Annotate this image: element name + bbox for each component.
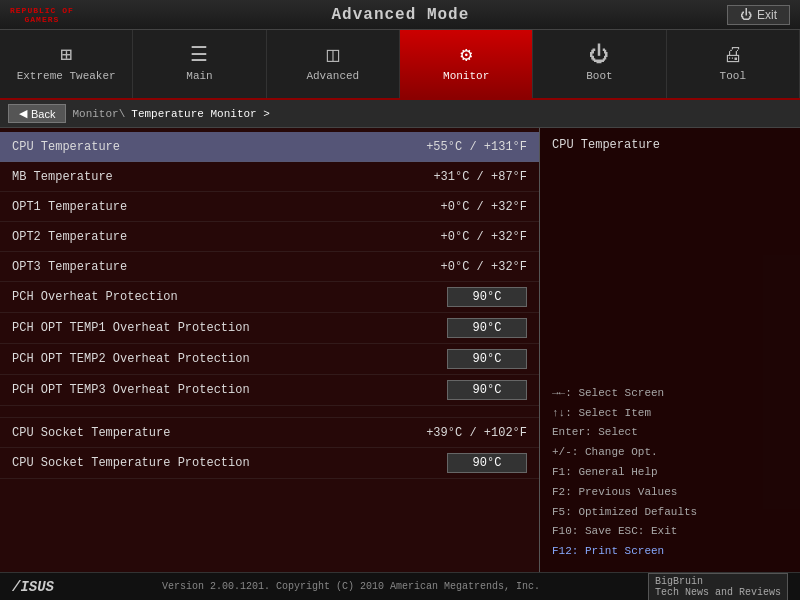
- back-icon: ◀: [19, 107, 27, 120]
- cpu-temp-label: CPU Temperature: [12, 140, 407, 154]
- key-hints: →←: Select Screen ↑↓: Select Item Enter:…: [552, 384, 788, 562]
- tab-boot-label: Boot: [586, 70, 612, 82]
- footer-copyright: Version 2.00.1201. Copyright (C) 2010 Am…: [162, 581, 540, 592]
- cpu-socket-temp-label: CPU Socket Temperature: [12, 426, 407, 440]
- key-hint-f1: F1: General Help: [552, 463, 788, 483]
- row-cpu-socket-protection[interactable]: CPU Socket Temperature Protection 90°C: [0, 448, 539, 479]
- tab-extreme-tweaker-label: Extreme Tweaker: [17, 70, 116, 82]
- exit-button[interactable]: ⏻ Exit: [727, 5, 790, 25]
- pch-opt3-overheat-value[interactable]: 90°C: [447, 380, 527, 400]
- tab-advanced[interactable]: ◫ Advanced: [267, 30, 400, 98]
- bigbruin-text: BigBruinTech News and Reviews: [655, 576, 781, 598]
- page-title: Advanced Mode: [331, 6, 469, 24]
- row-pch-overheat[interactable]: PCH Overheat Protection 90°C: [0, 282, 539, 313]
- key-hint-f12: F12: Print Screen: [552, 542, 788, 562]
- exit-label: Exit: [757, 8, 777, 22]
- tab-extreme-tweaker[interactable]: ⊞ Extreme Tweaker: [0, 30, 133, 98]
- cpu-temp-value: +55°C / +131°F: [407, 140, 527, 154]
- pch-opt3-overheat-label: PCH OPT TEMP3 Overheat Protection: [12, 383, 447, 397]
- spacer: [0, 406, 539, 418]
- rog-logo: REPUBLIC OF GAMERS: [10, 6, 74, 24]
- monitor-icon: ⚙: [460, 46, 472, 66]
- tab-monitor-label: Monitor: [443, 70, 489, 82]
- opt2-temp-label: OPT2 Temperature: [12, 230, 407, 244]
- header: REPUBLIC OF GAMERS Advanced Mode ⏻ Exit: [0, 0, 800, 30]
- key-hint-enter: Enter: Select: [552, 423, 788, 443]
- advanced-icon: ◫: [327, 46, 339, 66]
- footer: /ISUS Version 2.00.1201. Copyright (C) 2…: [0, 572, 800, 600]
- row-pch-opt1-overheat[interactable]: PCH OPT TEMP1 Overheat Protection 90°C: [0, 313, 539, 344]
- opt1-temp-value: +0°C / +32°F: [407, 200, 527, 214]
- cpu-socket-temp-value: +39°C / +102°F: [407, 426, 527, 440]
- key-hint-f5: F5: Optimized Defaults: [552, 503, 788, 523]
- context-help-title: CPU Temperature: [552, 138, 788, 152]
- main-icon: ☰: [190, 46, 208, 66]
- key-hint-select-item: ↑↓: Select Item: [552, 404, 788, 424]
- rog-logo-area: REPUBLIC OF GAMERS: [10, 6, 74, 24]
- opt3-temp-value: +0°C / +32°F: [407, 260, 527, 274]
- boot-icon: ⏻: [589, 46, 609, 66]
- breadcrumb-parent: Monitor\: [72, 108, 125, 120]
- row-opt1-temp[interactable]: OPT1 Temperature +0°C / +32°F: [0, 192, 539, 222]
- pch-opt2-overheat-value[interactable]: 90°C: [447, 349, 527, 369]
- tool-icon: 🖨: [723, 46, 743, 66]
- tab-tool[interactable]: 🖨 Tool: [667, 30, 800, 98]
- key-hint-select-screen: →←: Select Screen: [552, 384, 788, 404]
- row-pch-opt3-overheat[interactable]: PCH OPT TEMP3 Overheat Protection 90°C: [0, 375, 539, 406]
- opt2-temp-value: +0°C / +32°F: [407, 230, 527, 244]
- rog-logo-line2: GAMERS: [25, 15, 60, 24]
- mb-temp-value: +31°C / +87°F: [407, 170, 527, 184]
- cpu-socket-protection-label: CPU Socket Temperature Protection: [12, 456, 447, 470]
- tab-main[interactable]: ☰ Main: [133, 30, 266, 98]
- pch-overheat-label: PCH Overheat Protection: [12, 290, 447, 304]
- tab-main-label: Main: [186, 70, 212, 82]
- pch-opt1-overheat-label: PCH OPT TEMP1 Overheat Protection: [12, 321, 447, 335]
- back-label: Back: [31, 108, 55, 120]
- cpu-socket-protection-value[interactable]: 90°C: [447, 453, 527, 473]
- asus-logo: /ISUS: [12, 579, 54, 595]
- bigbruin-badge: BigBruinTech News and Reviews: [648, 573, 788, 601]
- row-mb-temp[interactable]: MB Temperature +31°C / +87°F: [0, 162, 539, 192]
- breadcrumb: ◀ Back Monitor\ Temperature Monitor >: [0, 100, 800, 128]
- rog-logo-line1: REPUBLIC OF: [10, 6, 74, 15]
- row-pch-opt2-overheat[interactable]: PCH OPT TEMP2 Overheat Protection 90°C: [0, 344, 539, 375]
- key-hint-f2: F2: Previous Values: [552, 483, 788, 503]
- tab-advanced-label: Advanced: [306, 70, 359, 82]
- pch-opt1-overheat-value[interactable]: 90°C: [447, 318, 527, 338]
- extreme-tweaker-icon: ⊞: [60, 46, 72, 66]
- main-content: CPU Temperature +55°C / +131°F MB Temper…: [0, 128, 800, 572]
- row-opt2-temp[interactable]: OPT2 Temperature +0°C / +32°F: [0, 222, 539, 252]
- tab-boot[interactable]: ⏻ Boot: [533, 30, 666, 98]
- tab-monitor[interactable]: ⚙ Monitor: [400, 30, 533, 98]
- row-opt3-temp[interactable]: OPT3 Temperature +0°C / +32°F: [0, 252, 539, 282]
- temperature-list: CPU Temperature +55°C / +131°F MB Temper…: [0, 128, 540, 572]
- exit-icon: ⏻: [740, 8, 752, 22]
- nav-tabs: ⊞ Extreme Tweaker ☰ Main ◫ Advanced ⚙ Mo…: [0, 30, 800, 100]
- breadcrumb-current: Temperature Monitor >: [131, 108, 270, 120]
- tab-tool-label: Tool: [720, 70, 746, 82]
- key-hint-f10: F10: Save ESC: Exit: [552, 522, 788, 542]
- key-hint-change: +/-: Change Opt.: [552, 443, 788, 463]
- opt1-temp-label: OPT1 Temperature: [12, 200, 407, 214]
- opt3-temp-label: OPT3 Temperature: [12, 260, 407, 274]
- pch-opt2-overheat-label: PCH OPT TEMP2 Overheat Protection: [12, 352, 447, 366]
- back-button[interactable]: ◀ Back: [8, 104, 66, 123]
- mb-temp-label: MB Temperature: [12, 170, 407, 184]
- row-cpu-socket-temp[interactable]: CPU Socket Temperature +39°C / +102°F: [0, 418, 539, 448]
- pch-overheat-value[interactable]: 90°C: [447, 287, 527, 307]
- right-panel: CPU Temperature →←: Select Screen ↑↓: Se…: [540, 128, 800, 572]
- row-cpu-temp[interactable]: CPU Temperature +55°C / +131°F: [0, 132, 539, 162]
